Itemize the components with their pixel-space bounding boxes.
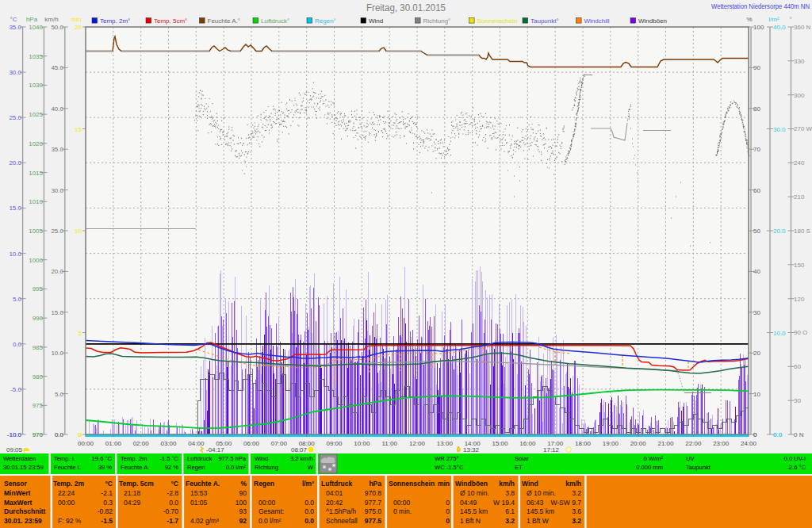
svg-text:20.0: 20.0 (773, 228, 786, 235)
svg-text:0 N: 0 N (794, 431, 804, 438)
svg-text:15:00: 15:00 (492, 440, 508, 447)
svg-text:l/m²: l/m² (302, 480, 314, 488)
svg-text:Solar: Solar (515, 455, 529, 462)
svg-text:Luftdruck: Luftdruck (187, 455, 212, 462)
svg-text:1020: 1020 (29, 140, 43, 147)
svg-text:min: min (438, 480, 450, 488)
svg-text:-1.5 °C: -1.5 °C (159, 455, 178, 462)
svg-text:Sensor: Sensor (4, 480, 28, 488)
svg-text:Wind: Wind (522, 480, 538, 488)
svg-text:40: 40 (753, 268, 760, 275)
svg-text:980: 980 (33, 373, 44, 381)
svg-text:145.5 km: 145.5 km (460, 507, 488, 515)
svg-text:975: 975 (33, 402, 44, 409)
svg-text:0: 0 (446, 507, 450, 515)
svg-text:1 Bft N: 1 Bft N (460, 517, 481, 525)
svg-text:21:00: 21:00 (657, 440, 674, 447)
svg-text:90: 90 (753, 64, 760, 71)
svg-text:990: 990 (33, 315, 44, 322)
svg-text:20: 20 (753, 350, 760, 357)
svg-text:35.0: 35.0 (51, 146, 63, 153)
svg-text:01:00: 01:00 (105, 440, 122, 447)
svg-text:92 %: 92 % (165, 464, 179, 471)
svg-text:Windböen: Windböen (455, 480, 488, 488)
svg-text:0.0 l/m²: 0.0 l/m² (226, 464, 247, 471)
svg-text:Ø 10 min.: Ø 10 min. (527, 489, 556, 497)
svg-text:4.02 g/m³: 4.02 g/m³ (190, 517, 219, 525)
svg-text:Ø 10 min.: Ø 10 min. (460, 489, 489, 497)
svg-text:l/m²: l/m² (768, 16, 779, 23)
svg-text:-04:17: -04:17 (206, 446, 224, 453)
svg-text:0.0 UV-I: 0.0 UV-I (784, 455, 806, 462)
svg-text:12:00: 12:00 (409, 440, 426, 447)
svg-text:3.2: 3.2 (505, 517, 515, 525)
svg-text:25.0: 25.0 (51, 228, 63, 235)
svg-text:39 %: 39 % (98, 464, 113, 471)
svg-text:23:00: 23:00 (713, 440, 730, 447)
svg-text:09:05: 09:05 (6, 446, 23, 453)
svg-text:%: % (240, 480, 247, 488)
svg-text:W: W (308, 464, 314, 471)
svg-text:08:07: 08:07 (291, 446, 308, 453)
svg-text:30.0: 30.0 (9, 69, 21, 76)
svg-text:180 S: 180 S (794, 228, 810, 235)
svg-text:3.2: 3.2 (572, 517, 581, 525)
svg-text:5: 5 (79, 330, 82, 337)
svg-text:21:18: 21:18 (124, 489, 141, 497)
svg-text:0.0: 0.0 (304, 499, 314, 507)
svg-text:5.0: 5.0 (55, 391, 64, 398)
svg-text:04:00: 04:00 (188, 440, 205, 447)
svg-text:90: 90 (239, 489, 247, 497)
svg-text:19.6 °C: 19.6 °C (92, 455, 113, 462)
svg-text:Temp. 5cm°: Temp. 5cm° (154, 17, 187, 25)
svg-text:145.5 km: 145.5 km (527, 507, 554, 515)
svg-text:92: 92 (239, 517, 247, 525)
svg-text:-0.70: -0.70 (163, 507, 179, 515)
svg-text:1000: 1000 (29, 257, 43, 264)
svg-text:3.2: 3.2 (572, 489, 581, 497)
svg-text:30.0: 30.0 (773, 126, 786, 133)
svg-text:977.5: 977.5 (365, 517, 382, 525)
svg-text:22:24: 22:24 (58, 489, 75, 497)
svg-text:30.0: 30.0 (51, 187, 63, 194)
svg-text:150: 150 (794, 262, 805, 269)
svg-text:06:43: 06:43 (527, 499, 544, 507)
svg-text:60: 60 (753, 187, 760, 194)
svg-text:00:00: 00:00 (393, 499, 411, 507)
svg-text:20: 20 (75, 24, 82, 31)
svg-text:Windböen: Windböen (638, 17, 667, 25)
svg-text:Freitag, 30.01.2015: Freitag, 30.01.2015 (366, 2, 446, 13)
svg-text:50.0: 50.0 (51, 24, 63, 31)
svg-text:985: 985 (33, 344, 44, 351)
svg-text:Temp. I.: Temp. I. (54, 455, 75, 462)
svg-text:Wetterstation Niedersorpe 440m: Wetterstation Niedersorpe 440m NN (711, 2, 810, 10)
svg-text:Richtung: Richtung (255, 464, 278, 471)
svg-text:Sonnenschein: Sonnenschein (477, 17, 518, 25)
svg-text:3.6: 3.6 (572, 507, 581, 515)
svg-text:0 min.: 0 min. (393, 507, 412, 515)
svg-text:0.0: 0.0 (55, 431, 64, 438)
svg-text:1040: 1040 (29, 24, 43, 31)
svg-text:18:00: 18:00 (575, 440, 592, 447)
svg-text:Taupunkt°: Taupunkt° (530, 17, 559, 25)
svg-text:970: 970 (33, 431, 44, 438)
svg-text:0.0 l/m²: 0.0 l/m² (259, 517, 282, 525)
svg-text:30: 30 (753, 309, 760, 316)
svg-text:977.7: 977.7 (365, 499, 382, 507)
svg-text:13:00: 13:00 (437, 440, 454, 447)
svg-text:3.2 km/h: 3.2 km/h (290, 455, 313, 462)
svg-text:03:00: 03:00 (160, 440, 177, 447)
svg-text:06:00: 06:00 (243, 440, 260, 447)
svg-text:^1.5hPa/h: ^1.5hPa/h (326, 507, 356, 515)
svg-text:15.0: 15.0 (9, 205, 21, 212)
svg-text:Regen°: Regen° (315, 17, 336, 25)
svg-text:15.0: 15.0 (51, 309, 63, 316)
svg-text:1 Bft W: 1 Bft W (527, 517, 549, 525)
svg-text:02:00: 02:00 (133, 440, 150, 447)
svg-text:210: 210 (794, 193, 805, 201)
svg-text:W-SW 9.7: W-SW 9.7 (550, 499, 581, 507)
svg-text:0.3: 0.3 (103, 499, 113, 507)
svg-text:00:00: 00:00 (78, 440, 94, 447)
svg-text:80: 80 (753, 105, 760, 113)
svg-text:975.0: 975.0 (365, 507, 382, 515)
